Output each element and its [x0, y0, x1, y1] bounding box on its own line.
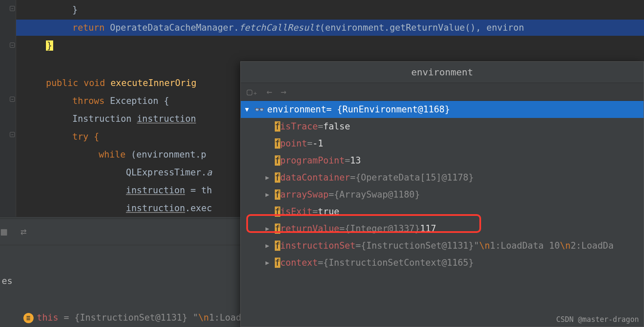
variable-name: environment [267, 104, 326, 115]
field-icon: f [275, 121, 280, 132]
field-icon: f [275, 138, 280, 149]
object-tree[interactable]: ▼ 👓 environment = {RunEnvironment@1168} … [241, 101, 644, 327]
watermark: CSDN @master-dragon [556, 315, 639, 324]
chevron-right-icon[interactable]: ▶ [265, 259, 275, 267]
evaluate-popup: environment ▢₊ ← → ▼ 👓 environment = {Ru… [240, 61, 644, 327]
tree-field[interactable]: f programPoint = 13 [241, 152, 644, 169]
code-line: } [19, 2, 644, 18]
fold-marker-icon[interactable]: − [10, 6, 15, 11]
popup-title: environment [241, 62, 644, 83]
tree-field[interactable]: f point = -1 [241, 135, 644, 152]
nav-back-icon[interactable]: ← [267, 86, 272, 97]
field-icon: f [275, 207, 280, 217]
nav-fwd-icon[interactable]: → [281, 86, 286, 97]
fold-marker-icon[interactable]: − [10, 97, 15, 102]
tree-root[interactable]: ▼ 👓 environment = {RunEnvironment@1168} [241, 101, 644, 118]
watch-icon: 👓 [254, 105, 265, 115]
code-line: } [19, 37, 644, 54]
field-icon: f [275, 155, 280, 166]
tree-field[interactable]: ▶ f instructionSet = {InstructionSet@113… [241, 237, 644, 254]
popup-toolbar: ▢₊ ← → [241, 83, 644, 101]
field-icon: f [275, 189, 280, 200]
tree-field[interactable]: f isExit = true [241, 203, 644, 220]
chevron-right-icon[interactable]: ▶ [265, 242, 275, 250]
code-line: return OperateDataCacheManager.fetchCall… [19, 20, 644, 36]
field-icon: f [275, 172, 280, 183]
chevron-right-icon[interactable]: ▶ [265, 191, 275, 198]
fold-marker-icon[interactable]: − [10, 43, 15, 48]
new-watch-icon[interactable]: ▢₊ [247, 86, 258, 97]
fold-marker-icon[interactable]: − [10, 132, 15, 137]
tree-field[interactable]: ▶ f dataContainer = {OperateData[15]@117… [241, 169, 644, 186]
editor-gutter: − − − − [0, 0, 16, 217]
toggle-icon[interactable]: ⇄ [20, 226, 26, 238]
field-icon: f [275, 258, 280, 268]
tree-field[interactable]: ▶ f context = {InstructionSetContext@116… [241, 254, 644, 271]
tree-field-returnvalue[interactable]: ▶ f returnValue = {Integer@1337} 117 [241, 220, 644, 237]
tree-field[interactable]: ▶ f arraySwap = {ArraySwap@1180} [241, 186, 644, 203]
chevron-down-icon[interactable]: ▼ [245, 106, 254, 113]
chevron-right-icon[interactable]: ▶ [265, 174, 275, 181]
grid-view-icon[interactable]: ▦ [1, 226, 7, 238]
tree-field[interactable]: f isTrace = false [241, 118, 644, 135]
field-icon: f [275, 224, 280, 234]
chevron-right-icon[interactable]: ▶ [265, 225, 275, 232]
field-icon: f [275, 241, 280, 251]
